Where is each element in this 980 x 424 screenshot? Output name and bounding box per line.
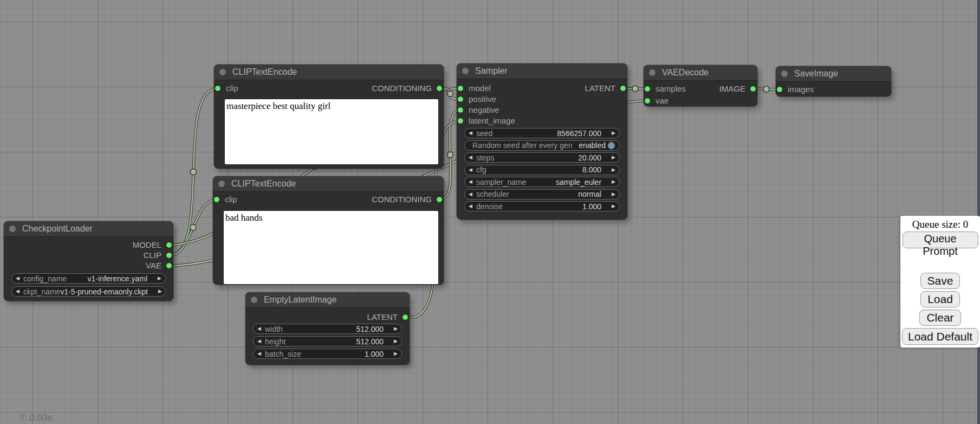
widget-right-arrow-icon[interactable]: ▶ [608,153,619,162]
widget-label: scheduler [476,190,509,198]
widget-left-arrow-icon[interactable]: ◀ [465,165,476,175]
node-save-image[interactable]: SaveImageimages [776,66,891,97]
node-empty-latent-image[interactable]: EmptyLatentImageLATENT◀width512.000▶◀hei… [245,292,410,365]
save-button[interactable]: Save [920,273,960,289]
widget-scheduler[interactable]: ◀schedulernormal▶ [464,189,620,200]
node-graph-canvas[interactable]: CheckpointLoaderMODELCLIPVAE◀config_name… [0,0,980,424]
node-checkpoint-loader[interactable]: CheckpointLoaderMODELCLIPVAE◀config_name… [4,221,173,301]
input-slot-clip: clip [214,83,238,93]
toggle-dot-icon[interactable] [608,142,615,149]
output-slot-dot-image[interactable] [750,86,756,92]
widget-batch-size[interactable]: ◀batch_size1.000▶ [253,349,402,359]
widget-cfg[interactable]: ◀cfg8.000▶ [464,165,620,175]
output-slot-dot-latent[interactable] [620,86,626,91]
input-slot-label: latent_image [469,116,515,125]
node-title-bar[interactable]: CLIPTextEncode [214,65,444,80]
load-button[interactable]: Load [920,291,960,307]
input-slot-vae: vae [644,96,669,106]
widget-right-arrow-icon[interactable]: ▶ [608,129,619,138]
widget-label: seed [476,129,492,138]
output-slot-dot-conditioning[interactable] [437,86,442,91]
node-clip-text-encode-negative[interactable]: CLIPTextEncodeclipCONDITIONINGbad hands [213,176,444,285]
widget-left-arrow-icon[interactable]: ◀ [254,337,265,346]
page-scrollbar[interactable] [977,0,980,424]
output-slot-label: LATENT [367,312,398,322]
widget-label: steps [476,153,494,162]
widget-right-arrow-icon[interactable]: ▶ [390,337,401,346]
output-slot-dot-vae[interactable] [166,263,172,268]
input-slot-label: positive [469,94,496,104]
collapse-dot[interactable] [218,181,225,187]
widget-left-arrow-icon[interactable]: ◀ [12,287,23,296]
collapse-dot[interactable] [9,226,16,232]
input-slot-negative: negative [457,105,499,115]
node-vae-decode[interactable]: VAEDecodesamplesvaeIMAGE [644,65,757,106]
input-slot-dot-clip[interactable] [215,86,220,91]
widget-left-arrow-icon[interactable]: ◀ [465,177,476,187]
output-slot-dot-latent[interactable] [403,314,408,320]
widget-left-arrow-icon[interactable]: ◀ [254,349,265,358]
collapse-dot[interactable] [781,70,788,77]
output-slot-dot-conditioning[interactable] [437,197,442,202]
clear-button[interactable]: Clear [919,310,960,326]
widget-right-arrow-icon[interactable]: ▶ [608,190,619,199]
widget-value: 512.000 [356,325,384,333]
node-sampler[interactable]: Samplermodelpositivenegativelatent_image… [457,63,627,220]
node-title-bar[interactable]: EmptyLatentImage [245,292,410,308]
widget-left-arrow-icon[interactable]: ◀ [254,324,265,333]
widget-right-arrow-icon[interactable]: ▶ [608,202,619,211]
widget-right-arrow-icon[interactable]: ▶ [154,274,165,283]
widget-label: height [265,337,285,346]
input-slot-dot-images[interactable] [777,87,782,92]
output-slot-dot-clip[interactable] [166,253,172,258]
output-slot-dot-model[interactable] [166,242,172,248]
collapse-dot[interactable] [462,68,469,74]
input-slot-dot-samples[interactable] [645,86,650,92]
widget-steps[interactable]: ◀steps20.000▶ [464,152,620,163]
input-slot-dot-model[interactable] [458,86,463,91]
collapse-dot[interactable] [649,69,656,76]
node-title-bar[interactable]: Sampler [457,63,627,79]
input-slot-clip: clip [213,195,237,204]
widget-right-arrow-icon[interactable]: ▶ [608,177,619,187]
widget-value: v1-inference.yaml [88,274,148,283]
widget-ckpt-name[interactable]: ◀ckpt_namev1-5-pruned-emaonly.ckpt▶ [11,286,166,297]
input-slot-dot-clip[interactable] [214,197,219,202]
widget-right-arrow-icon[interactable]: ▶ [390,324,401,333]
widget-right-arrow-icon[interactable]: ▶ [390,349,401,358]
input-slot-dot-vae[interactable] [645,98,650,104]
queue-prompt-button[interactable]: Queue Prompt [903,232,978,248]
input-slot-dot-negative[interactable] [458,107,463,113]
widget-left-arrow-icon[interactable]: ◀ [465,202,476,211]
widget-sampler-name[interactable]: ◀sampler_namesample_euler▶ [464,177,620,187]
input-slot-dot-positive[interactable] [458,97,463,102]
widget-width[interactable]: ◀width512.000▶ [253,324,402,334]
node-title-bar[interactable]: CheckpointLoader [4,221,173,237]
prompt-textarea[interactable]: bad hands [224,211,438,284]
widget-value: enabled [579,141,606,150]
node-title-bar[interactable]: SaveImage [776,66,891,82]
node-title-bar[interactable]: CLIPTextEncode [213,176,444,192]
node-title-bar[interactable]: VAEDecode [644,65,757,81]
widget-left-arrow-icon[interactable]: ◀ [465,129,476,138]
widget-label: ckpt_name [23,287,60,296]
widget-height[interactable]: ◀height512.000▶ [253,336,402,346]
widget-config-name[interactable]: ◀config_namev1-inference.yaml▶ [11,273,166,284]
widget-seed[interactable]: ◀seed8566257.000▶ [464,128,620,138]
collapse-dot[interactable] [219,69,226,75]
widget-denoise[interactable]: ◀denoise1.000▶ [464,201,620,211]
widget-random-seed-after-every-gen[interactable]: Random seed after every genenabled [464,140,620,151]
output-slot-clip: CLIP [144,250,173,260]
collapse-dot[interactable] [251,297,257,303]
widget-left-arrow-icon[interactable]: ◀ [12,274,23,283]
widget-right-arrow-icon[interactable]: ▶ [608,165,619,175]
widget-left-arrow-icon[interactable]: ◀ [465,190,476,199]
prompt-textarea[interactable]: masterpiece best quality girl [225,99,438,164]
widget-left-arrow-icon[interactable]: ◀ [465,153,476,162]
input-slot-dot-latent_image[interactable] [458,118,463,124]
output-slot-label: MODEL [133,240,161,249]
widget-label: sampler_name [476,178,527,187]
node-clip-text-encode-positive[interactable]: CLIPTextEncodeclipCONDITIONINGmasterpiec… [214,65,444,169]
load-default-button[interactable]: Load Default [902,328,978,345]
widget-right-arrow-icon[interactable]: ▶ [154,287,166,296]
